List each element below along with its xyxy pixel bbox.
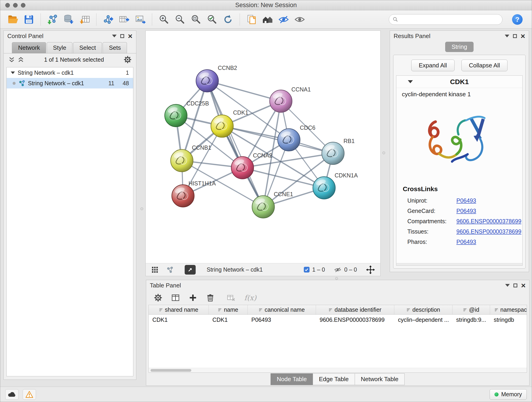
network-edge-ccnb2-ccne1[interactable]: [207, 81, 263, 207]
string-network-icon: [18, 80, 25, 87]
warning-button[interactable]: [23, 389, 36, 400]
network-item-row[interactable]: String Network – cdk1 11 48: [7, 78, 133, 89]
tree-expand-icon[interactable]: [11, 71, 15, 74]
tab-network[interactable]: Network: [12, 42, 46, 53]
crosslink-link[interactable]: 9606.ENSP00000378699: [456, 228, 521, 235]
tab-style[interactable]: Style: [47, 42, 72, 53]
import-table-icon: [79, 14, 90, 25]
column-header-shared-name[interactable]: shared name: [149, 305, 209, 314]
panel-menu-icon[interactable]: [505, 284, 510, 287]
search-input[interactable]: [400, 16, 499, 23]
network-node-cdc25b[interactable]: CDC25B: [165, 100, 209, 127]
network-node-cdk1[interactable]: CDK1: [211, 109, 248, 137]
minimize-button[interactable]: [13, 3, 18, 7]
network-node-hist1h1a[interactable]: HIST1H1A: [172, 180, 216, 207]
expand-all-icon[interactable]: [17, 56, 24, 63]
show-details-button[interactable]: [293, 12, 307, 27]
splitter-handle[interactable]: [382, 152, 385, 154]
node-label-ccne1: CCNE1: [274, 191, 293, 197]
collapse-all-button[interactable]: Collapse All: [462, 60, 508, 71]
network-canvas[interactable]: CCNB2CCNA1CDC25BCDK1CDC6RB1CCNB1CCNA2CDK…: [146, 31, 380, 263]
import-table-button[interactable]: [77, 12, 92, 27]
refresh-layout-button[interactable]: [221, 12, 235, 27]
splitter-handle[interactable]: [335, 277, 338, 280]
column-header-namespac[interactable]: namespac: [490, 305, 527, 314]
export-table-button[interactable]: [117, 12, 131, 27]
results-panel: Results Panel × String Expand All Collap…: [390, 31, 529, 272]
export-image-button[interactable]: [133, 12, 147, 27]
pan-crosshair-icon[interactable]: [366, 265, 375, 274]
crosslink-link[interactable]: P06493: [456, 208, 476, 214]
panel-float-icon[interactable]: [120, 34, 124, 38]
open-in-new-window-button[interactable]: [185, 265, 196, 274]
network-collection-row[interactable]: String Network – cdk1 1: [7, 67, 133, 78]
panel-menu-icon[interactable]: [112, 35, 117, 37]
panel-float-icon[interactable]: [513, 283, 517, 287]
crosslink-link[interactable]: P06493: [456, 197, 476, 204]
node-table: shared namenamecanonical namedatabase id…: [148, 305, 527, 373]
panel-float-icon[interactable]: [513, 34, 517, 38]
gene-section-header[interactable]: CDK1: [396, 76, 522, 88]
zoom-fit-button[interactable]: [189, 12, 203, 27]
selected-checkbox-icon[interactable]: [304, 267, 310, 273]
zoom-selected-button[interactable]: [205, 12, 219, 27]
panel-close-icon[interactable]: ×: [128, 32, 133, 40]
network-node-cdc6[interactable]: CDC6: [278, 124, 316, 151]
import-network-from-database-button[interactable]: [61, 12, 76, 27]
search-box[interactable]: [389, 14, 502, 25]
zoom-in-button[interactable]: [157, 12, 171, 27]
collapse-all-icon[interactable]: [8, 56, 15, 63]
crosslink-link[interactable]: P06493: [456, 239, 476, 245]
delete-column-trash-icon[interactable]: [206, 294, 215, 302]
panel-close-icon[interactable]: ×: [521, 281, 526, 289]
table-settings-gear-icon[interactable]: [154, 294, 162, 302]
hide-details-button[interactable]: [277, 12, 291, 27]
memory-button[interactable]: Memory: [490, 389, 527, 400]
show-columns-icon[interactable]: [171, 294, 180, 302]
table-row[interactable]: CDK1CDK1P064939606.ENSP00000378699cyclin…: [149, 315, 527, 325]
column-header-database-identifier[interactable]: database identifier: [316, 305, 394, 314]
column-header-canonical-name[interactable]: canonical name: [248, 305, 316, 314]
node-label-cdc25b: CDC25B: [186, 100, 209, 107]
panel-menu-icon[interactable]: [505, 35, 509, 37]
panel-close-icon[interactable]: ×: [520, 32, 525, 40]
column-header-description[interactable]: description: [394, 305, 452, 314]
birdseye-view-icon[interactable]: [166, 266, 174, 274]
network-node-ccnb1[interactable]: CCNB1: [171, 144, 211, 172]
network-node-rb1[interactable]: RB1: [322, 138, 355, 165]
string-tab[interactable]: String: [445, 42, 474, 52]
copy-document-button[interactable]: [244, 12, 259, 27]
add-column-icon[interactable]: [189, 294, 197, 302]
table-horizontal-scrollbar[interactable]: [149, 368, 527, 372]
tab-sets[interactable]: Sets: [103, 42, 127, 53]
scrollbar-thumb[interactable]: [151, 369, 191, 372]
expand-all-button[interactable]: Expand All: [411, 60, 455, 71]
splitter-handle[interactable]: [140, 207, 143, 210]
import-network-from-file-button[interactable]: [45, 12, 60, 27]
zoom-button[interactable]: [21, 3, 25, 7]
tab-network-table[interactable]: Network Table: [355, 373, 405, 385]
cloud-button[interactable]: [5, 389, 19, 400]
section-collapse-icon[interactable]: [408, 80, 413, 83]
column-header--id[interactable]: @id: [452, 305, 490, 314]
grid-view-icon[interactable]: [151, 266, 158, 274]
tab-select[interactable]: Select: [73, 42, 102, 53]
export-table-icon: [119, 14, 130, 25]
export-network-button[interactable]: [101, 12, 115, 27]
zoom-out-button[interactable]: [173, 12, 187, 27]
network-node-cdkn1a[interactable]: CDKN1A: [313, 172, 358, 199]
gear-icon[interactable]: [124, 56, 132, 64]
tab-node-table[interactable]: Node Table: [271, 373, 313, 385]
home-button[interactable]: [260, 12, 275, 27]
column-header-name[interactable]: name: [209, 305, 248, 314]
close-button[interactable]: [5, 3, 10, 7]
network-node-ccna1[interactable]: CCNA1: [270, 86, 311, 112]
zoom-fit-icon: [190, 14, 201, 25]
help-button[interactable]: ?: [512, 14, 523, 25]
hidden-eye-slash-icon[interactable]: [334, 266, 341, 274]
tab-edge-table[interactable]: Edge Table: [313, 373, 355, 385]
crosslink-link[interactable]: 9606.ENSP00000378699: [456, 218, 521, 225]
results-scrollbar[interactable]: [396, 263, 522, 265]
save-session-button[interactable]: [22, 12, 36, 27]
open-file-button[interactable]: [6, 12, 20, 27]
